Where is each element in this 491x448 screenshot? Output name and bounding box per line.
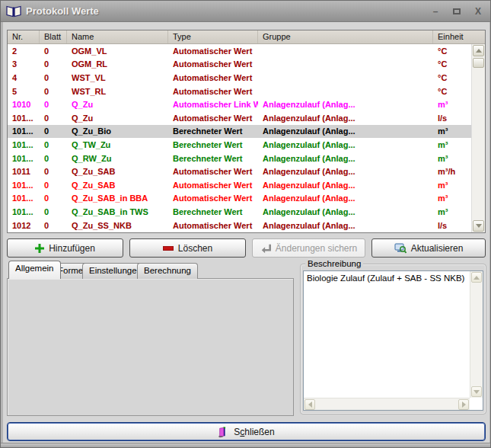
cell-name: Q_RW_Zu [67,154,168,163]
cell-einheit: m³ [433,126,471,136]
close-window-button[interactable]: X [472,5,484,18]
allgemein-panel [7,278,294,416]
arrow-up-icon [476,49,482,53]
minimize-button[interactable]: – [429,5,442,18]
scroll-down-button[interactable] [471,386,482,397]
cell-nr: 101... [8,194,40,203]
cell-name: Q_Zu_SAB [67,167,168,176]
cell-nr: 1010 [8,100,40,109]
column-header-type[interactable]: Type [168,30,258,43]
cell-blatt: 0 [40,87,67,96]
arrow-left-icon [308,402,312,408]
delete-button[interactable]: Löschen [129,238,246,258]
cell-type: Berechneter Wert [168,126,258,136]
scroll-thumb[interactable] [473,58,484,68]
column-header-blatt[interactable]: Blatt [40,30,67,43]
cell-einheit: l/s [433,114,471,123]
cell-blatt: 0 [40,59,67,69]
cell-blatt: 0 [40,194,67,203]
table-vertical-scrollbar[interactable] [471,44,485,232]
cell-name: Q_TW_Zu [67,140,168,149]
table-row[interactable]: 101...0Q_ZuAutomatischer WertAnlagenzula… [8,111,471,125]
delete-button-label: Löschen [178,243,212,254]
cell-nr: 101... [8,207,40,216]
cell-gruppe: Anlagenzulauf (Anlag... [258,207,433,216]
beschreibung-textarea[interactable]: Biologie Zulauf (Zulauf + SAB - SS NKB) [303,270,483,411]
titlebar: Protokoll Werte – X [1,1,491,22]
cell-blatt: 0 [40,167,67,176]
beschreibung-horizontal-scrollbar[interactable] [304,398,470,410]
cell-blatt: 0 [40,207,67,216]
close-button[interactable]: Schließen [7,422,486,441]
cell-nr: 3 [8,59,40,69]
table-row[interactable]: 101...0Q_Zu_SABAutomatischer WertAnlagen… [8,178,471,192]
cell-blatt: 0 [40,221,67,230]
table-row[interactable]: 101...0Q_Zu_BioBerechneter WertAnlagenzu… [8,125,471,139]
cell-einheit: m³/h [433,167,471,176]
tab-allgemein[interactable]: Allgemein [8,261,61,279]
cell-name: Q_Zu_SAB [67,181,168,190]
cell-type: Automatischer Wert [168,73,258,82]
cell-einheit: °C [433,46,471,56]
tab-berechnung[interactable]: Berechnung [137,263,198,279]
cell-type: Berechneter Wert [168,207,258,216]
cell-type: Automatischer Wert [168,194,258,203]
cell-gruppe: Anlagenzulauf (Anlag... [258,140,433,149]
table-row[interactable]: 30OGM_RLAutomatischer Wert°C [8,58,471,72]
cell-blatt: 0 [40,73,67,82]
cell-blatt: 0 [40,154,67,163]
close-button-label: Schließen [234,427,274,437]
cell-type: Automatischer Wert [168,59,258,69]
cell-nr: 1012 [8,221,40,230]
protokoll-werte-window: Protokoll Werte – X Nr. Blatt Name Type … [0,0,491,448]
window-title: Protokoll Werte [26,5,99,17]
scroll-up-button[interactable] [471,272,482,283]
table-row[interactable]: 101...0Q_Zu_SAB_in BBAAutomatischer Wert… [8,192,471,206]
add-button-label: Hinzufügen [49,243,95,254]
cell-einheit: m³ [433,100,471,109]
cell-type: Automatischer Wert [168,181,258,190]
refresh-button[interactable]: Aktualisieren [371,238,486,258]
save-changes-button[interactable]: Änderungen sichern [252,238,365,258]
cell-name: Q_Zu [67,114,168,123]
arrow-right-icon [462,402,466,408]
cell-type: Berechneter Wert [168,140,258,149]
scroll-right-button[interactable] [458,399,469,410]
scroll-up-button[interactable] [473,45,484,56]
column-header-gruppe[interactable]: Gruppe [258,30,433,43]
beschreibung-text: Biologie Zulauf (Zulauf + SAB - SS NKB) [307,274,467,283]
column-header-einheit[interactable]: Einheit [433,30,485,43]
cell-nr: 5 [8,87,40,96]
table-row[interactable]: 40WST_VLAutomatischer Wert°C [8,71,471,85]
scroll-down-button[interactable] [473,220,484,232]
column-header-name[interactable]: Name [67,30,168,43]
cell-nr: 101... [8,114,40,123]
cell-name: OGM_RL [67,59,168,69]
add-button[interactable]: Hinzufügen [7,238,123,258]
cell-einheit: m³ [433,194,471,203]
scroll-left-button[interactable] [304,399,315,410]
cell-nr: 1011 [8,167,40,176]
arrow-up-icon [473,276,480,280]
arrow-down-icon [473,390,480,394]
cell-type: Berechneter Wert [168,154,258,163]
table-row[interactable]: 20OGM_VLAutomatischer Wert°C [8,44,471,58]
table-row[interactable]: 10110Q_Zu_SABAutomatischer WertAnlagenzu… [8,165,471,178]
cell-gruppe: Anlagenzulauf (Anlag... [258,181,433,190]
beschreibung-vertical-scrollbar[interactable] [470,271,483,398]
table-row[interactable]: 10100Q_ZuAutomatischer Link W...Anlagenz… [8,98,471,111]
table-row[interactable]: 50WST_RLAutomatischer Wert°C [8,85,471,98]
cell-type: Automatischer Link W... [168,100,258,109]
table-row[interactable]: 10120Q_Zu_SS_NKBAutomatischer WertAnlage… [8,219,471,232]
refresh-button-label: Aktualisieren [411,243,464,254]
cell-blatt: 0 [40,140,67,149]
cell-blatt: 0 [40,46,67,56]
table-row[interactable]: 101...0Q_TW_ZuBerechneter WertAnlagenzul… [8,138,471,152]
table-row[interactable]: 101...0Q_Zu_SAB_in TWSBerechneter WertAn… [8,205,471,219]
maximize-button[interactable] [451,5,463,18]
table-row[interactable]: 101...0Q_RW_ZuBerechneter WertAnlagenzul… [8,152,471,165]
column-header-nr[interactable]: Nr. [8,30,40,43]
cell-gruppe: Anlagenzulauf (Anlag... [258,126,433,136]
cell-einheit: °C [433,59,471,69]
cell-name: OGM_VL [67,46,168,56]
